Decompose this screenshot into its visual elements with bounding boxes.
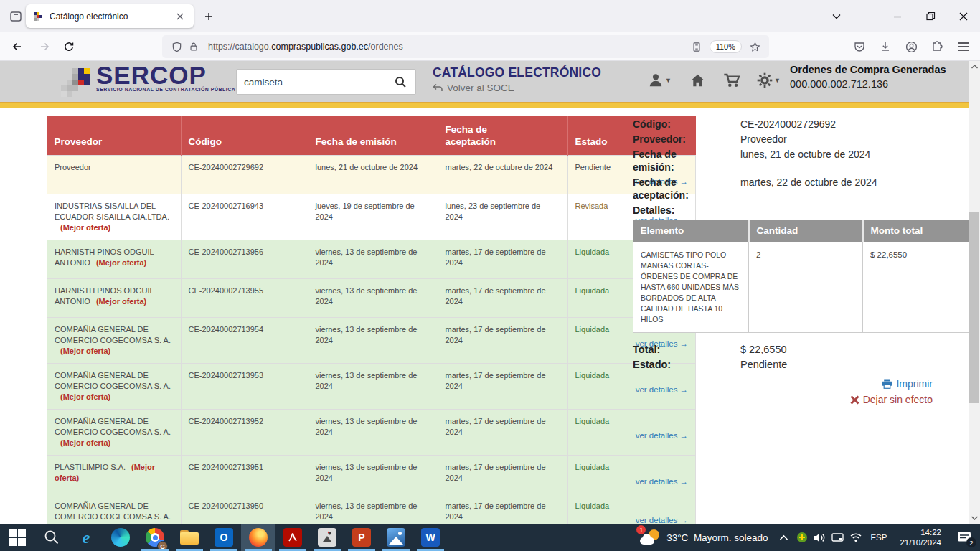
back-button[interactable] bbox=[6, 35, 29, 58]
weather-badge: 1 bbox=[636, 525, 646, 534]
forward-button[interactable] bbox=[33, 35, 56, 58]
antivirus-tray-icon[interactable] bbox=[793, 524, 811, 551]
settings-menu-button[interactable]: ▼ bbox=[757, 72, 781, 88]
page-scrollbar[interactable] bbox=[969, 61, 980, 524]
reader-mode-icon[interactable] bbox=[688, 38, 705, 55]
touch-keyboard-icon[interactable] bbox=[829, 524, 847, 551]
sercop-logo[interactable]: SERCOP SERVICIO NACIONAL DE CONTRATACIÓN… bbox=[96, 62, 235, 92]
bookmark-star-icon[interactable] bbox=[746, 38, 763, 55]
detail-field: Fecha de aceptación: martes, 22 de octub… bbox=[633, 176, 933, 202]
powerpoint-button[interactable]: P bbox=[344, 524, 379, 551]
cell-fecha-emision: viernes, 13 de septiembre de 2024 bbox=[308, 279, 438, 318]
lock-icon[interactable] bbox=[185, 38, 202, 55]
tray-chevron-icon[interactable] bbox=[775, 524, 793, 551]
home-icon bbox=[689, 72, 706, 88]
user-menu-button[interactable]: ▼ bbox=[648, 72, 672, 88]
photos-icon bbox=[387, 528, 405, 547]
ver-detalles-link[interactable]: ver detalles→ bbox=[575, 476, 689, 487]
firefox-button[interactable] bbox=[241, 524, 275, 551]
start-button[interactable] bbox=[0, 524, 34, 551]
menu-hamburger-icon[interactable] bbox=[952, 35, 975, 58]
close-button[interactable] bbox=[947, 0, 980, 32]
ver-detalles-link[interactable]: ver detalles→ bbox=[575, 430, 689, 441]
cell-proveedor: Proveedor bbox=[47, 156, 182, 194]
volver-soce-link[interactable]: Volver al SOCE bbox=[433, 83, 601, 93]
right-arrow-icon: → bbox=[680, 516, 689, 524]
minimize-button[interactable] bbox=[881, 0, 914, 32]
cell-fecha-aceptacion: martes, 17 de septiembre de 2024 bbox=[438, 318, 567, 364]
action-center-button[interactable]: 2 bbox=[948, 524, 980, 551]
home-button[interactable] bbox=[689, 72, 706, 88]
new-tab-button[interactable] bbox=[199, 7, 218, 26]
edge-button[interactable] bbox=[103, 524, 138, 551]
photos-button[interactable] bbox=[379, 524, 413, 551]
volume-icon[interactable] bbox=[811, 524, 829, 551]
restore-button[interactable] bbox=[914, 0, 947, 32]
search-input[interactable] bbox=[237, 70, 385, 94]
detail-field: Código: CE-20240002729692 bbox=[633, 118, 933, 131]
scrollbar-thumb[interactable] bbox=[969, 212, 979, 403]
order-row: ProveedorCE-20240002729692lunes, 21 de o… bbox=[47, 156, 696, 194]
clock[interactable]: 14:22 21/10/2024 bbox=[892, 527, 948, 547]
zoom-level[interactable]: 110% bbox=[710, 40, 742, 53]
browser-tab[interactable]: Catálogo electrónico bbox=[26, 4, 194, 28]
reload-button[interactable] bbox=[57, 35, 80, 58]
outlook-button[interactable]: O bbox=[207, 524, 241, 551]
acrobat-button[interactable] bbox=[275, 524, 310, 551]
cell-estado: Liquidadaver detalles→ bbox=[567, 456, 696, 494]
x-icon bbox=[850, 395, 859, 405]
cell-proveedor: INDUSTRIAS SISAILLA DEL ECUADOR SISAILLA… bbox=[47, 194, 182, 240]
tab-close-icon[interactable] bbox=[173, 9, 187, 24]
downloads-icon[interactable] bbox=[874, 35, 897, 58]
orders-generated-info: Ordenes de Compra Generadas 000.000.002.… bbox=[790, 64, 969, 90]
detail-field: Fecha de emisión: lunes, 21 de octubre d… bbox=[633, 148, 933, 174]
language-indicator[interactable]: ESP bbox=[864, 533, 892, 542]
wifi-icon[interactable] bbox=[847, 524, 864, 551]
file-explorer-button[interactable] bbox=[172, 524, 207, 551]
weather-widget[interactable]: 1 33°C Mayorm. soleado bbox=[635, 528, 775, 547]
chrome-profile-badge: G bbox=[157, 541, 168, 551]
extensions-icon[interactable] bbox=[925, 35, 948, 58]
order-item-row: CAMISETAS TIPO POLO MANGAS CORTAS-ÓRDENE… bbox=[633, 242, 979, 333]
cell-codigo: CE-20240002713950 bbox=[181, 494, 308, 524]
order-row: HARNISTH PINOS ODGUIL ANTONIO(Mejor ofer… bbox=[47, 240, 696, 279]
browser-titlebar: Catálogo electrónico bbox=[0, 0, 980, 32]
pocket-icon[interactable] bbox=[848, 35, 871, 58]
provider-name: COMPAÑIA GENERAL DE COMERCIO COGECOMSA S… bbox=[55, 325, 171, 344]
chrome-button[interactable]: G bbox=[138, 524, 172, 551]
url-bar[interactable]: https://catalogo.compraspublicas.gob.ec/… bbox=[162, 35, 769, 58]
imprimir-link[interactable]: Imprimir bbox=[633, 378, 933, 390]
internet-explorer-button[interactable]: e bbox=[69, 524, 103, 551]
folder-icon bbox=[180, 530, 199, 545]
account-icon[interactable] bbox=[900, 35, 923, 58]
mejor-oferta-label: (Mejor oferta) bbox=[96, 258, 146, 267]
order-row: HARNISTH PINOS ODGUIL ANTONIO(Mejor ofer… bbox=[47, 279, 696, 318]
taskbar-search-button[interactable] bbox=[34, 524, 69, 551]
cell-fecha-emision: jueves, 19 de septiembre de 2024 bbox=[308, 194, 438, 240]
shield-icon[interactable] bbox=[168, 38, 185, 55]
scroll-up-arrow[interactable] bbox=[969, 61, 980, 72]
cell-fecha-emision: viernes, 13 de septiembre de 2024 bbox=[308, 318, 438, 364]
tab-favicon-icon bbox=[32, 11, 44, 22]
mejor-oferta-label: (Mejor oferta) bbox=[60, 392, 110, 401]
firefox-view-icon[interactable] bbox=[7, 8, 24, 25]
ie-icon: e bbox=[83, 528, 90, 547]
word-button[interactable]: W bbox=[413, 524, 448, 551]
order-row: COMPAÑIA GENERAL DE COMERCIO COGECOMSA S… bbox=[47, 318, 696, 364]
scroll-down-arrow[interactable] bbox=[969, 512, 980, 524]
orders-table: Proveedor Código Fecha de emisión Fecha … bbox=[47, 116, 696, 524]
list-all-tabs-button[interactable] bbox=[820, 0, 853, 32]
cell-proveedor: COMPAÑIA GENERAL DE COMERCIO COGECOMSA S… bbox=[47, 494, 182, 524]
java-app-button[interactable] bbox=[310, 524, 344, 551]
weather-desc: Mayorm. soleado bbox=[694, 532, 768, 543]
ver-detalles-link[interactable]: ver detalles→ bbox=[575, 515, 689, 524]
edge-icon bbox=[111, 528, 130, 547]
url-text: https://catalogo.compraspublicas.gob.ec/… bbox=[208, 42, 688, 52]
cart-button[interactable] bbox=[723, 72, 740, 88]
dejar-sin-efecto-link[interactable]: Dejar sin efecto bbox=[633, 394, 933, 405]
search-button[interactable] bbox=[385, 70, 415, 94]
tab-title: Catálogo electrónico bbox=[50, 11, 173, 22]
col-header-aceptacion: Fecha de aceptación bbox=[438, 116, 567, 156]
order-row: COMPAÑIA GENERAL DE COMERCIO COGECOMSA S… bbox=[47, 364, 696, 410]
cell-codigo: CE-20240002729692 bbox=[181, 156, 308, 194]
